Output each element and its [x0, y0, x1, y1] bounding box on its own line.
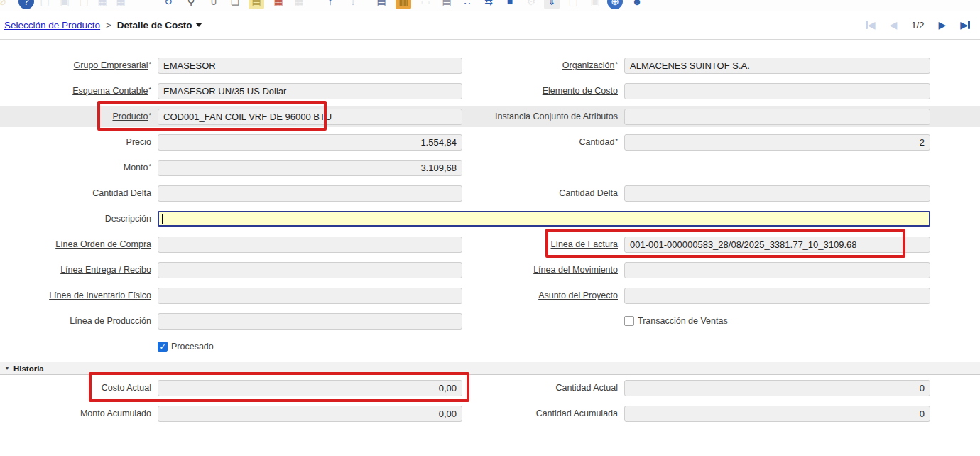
help-icon[interactable]: ? [18, 0, 34, 9]
costo-actual-field[interactable]: 0,00 [158, 380, 462, 396]
linea-entrega-recibo-field[interactable] [158, 262, 462, 278]
print-icon[interactable]: ▭ [418, 0, 433, 9]
required-marker: * [148, 112, 151, 119]
form-row: ✓ Procesado [0, 334, 980, 359]
monto-acumulado-field[interactable]: 0,00 [158, 406, 462, 422]
elemento-de-costo-label[interactable]: Elemento de Costo [543, 86, 618, 96]
zoom-across-icon[interactable]: ∷ [459, 0, 475, 9]
parent-record-icon[interactable]: ↑ [322, 0, 338, 9]
cantidad-acumulada-label: Cantidad Acumulada [536, 408, 618, 418]
chat-icon[interactable]: ❏ [227, 0, 243, 9]
find-icon[interactable]: ⚲ [183, 0, 199, 9]
breadcrumb-parent-link[interactable]: Selección de Producto [4, 20, 100, 31]
attachment-icon[interactable]: ∪ [206, 0, 222, 9]
grupo-empresarial-field[interactable]: EMASESOR [158, 58, 462, 74]
cantidad-field[interactable]: 2 [624, 134, 930, 151]
transaccion-de-ventas-checkbox[interactable] [624, 316, 634, 326]
import-icon[interactable]: ▣ [587, 0, 603, 9]
esquema-contable-field[interactable]: EMASESOR UN/35 US Dollar [158, 83, 462, 99]
cantidad-delta-field[interactable] [624, 185, 930, 202]
linea-orden-de-compra-field[interactable] [158, 237, 462, 253]
export-icon[interactable]: ▢ [565, 0, 581, 9]
procesado-label: Procesado [171, 342, 214, 352]
web-icon[interactable]: ⊕ [607, 0, 623, 9]
asunto-del-proyecto-field[interactable] [624, 288, 930, 304]
transaccion-de-ventas-label: Transacción de Ventas [638, 316, 728, 326]
producto-label[interactable]: Producto [112, 112, 148, 121]
form-row: Línea de Inventario Físico Asunto del Pr… [0, 283, 980, 308]
required-marker: * [615, 137, 618, 144]
form-row: Costo Actual 0,00 Cantidad Actual 0 [0, 375, 980, 401]
form-row: Descripción [0, 206, 980, 232]
required-marker: * [148, 86, 151, 93]
calendar-icon[interactable]: ▦ [271, 0, 286, 9]
descripcion-input[interactable] [158, 211, 930, 227]
toolbar: ⊘?▢▣▢▦▦↻⚲∪❏▤▦▦↑↓▤▥▭▤∷⇆■⚙⇓▢▣⊕☻ [0, 0, 980, 11]
elemento-de-costo-field[interactable] [624, 83, 930, 99]
cantidad-delta-field[interactable] [158, 185, 462, 202]
chevron-down-icon[interactable] [195, 23, 202, 27]
collapse-icon[interactable]: ▼ [4, 365, 10, 371]
cantidad-label: Cantidad [579, 137, 614, 147]
save-icon[interactable]: ▦ [94, 0, 110, 9]
user-icon[interactable]: ☻ [629, 0, 645, 9]
linea-orden-de-compra-label[interactable]: Línea Orden de Compra [55, 239, 151, 249]
breadcrumb-separator: > [106, 20, 111, 31]
copy-record-icon[interactable]: ▣ [57, 0, 72, 9]
archive-icon[interactable]: ▥ [396, 0, 411, 9]
cantidad-actual-field[interactable]: 0 [624, 380, 930, 396]
linea-inventario-fisico-label[interactable]: Línea de Inventario Físico [49, 291, 151, 300]
grid-toggle-icon[interactable]: ▦ [291, 0, 307, 9]
linea-inventario-fisico-field[interactable] [158, 288, 462, 304]
save-create-icon[interactable]: ▦ [113, 0, 129, 9]
requests-icon[interactable]: ■ [502, 0, 518, 9]
refresh-icon[interactable]: ↻ [160, 0, 176, 9]
procesado-checkbox[interactable]: ✓ [158, 342, 168, 352]
asunto-del-proyecto-label[interactable]: Asunto del Proyecto [538, 291, 618, 300]
linea-de-produccion-label[interactable]: Línea de Producción [70, 316, 151, 326]
historia-section-title: Historia [13, 364, 44, 373]
cantidad-acumulada-field[interactable]: 0 [624, 406, 930, 422]
form-row: Monto* 3.109,68 [0, 155, 980, 180]
organizacion-field[interactable]: ALMACENES SUINTOF S.A. [624, 58, 930, 74]
monto-label: Monto [124, 163, 148, 173]
first-record-icon[interactable]: ◀ [866, 20, 876, 30]
new-record-icon[interactable]: ▢ [37, 0, 53, 9]
breadcrumb-current-tab[interactable]: Detalle de Costo [117, 20, 192, 31]
linea-de-produccion-field[interactable] [158, 313, 462, 330]
breadcrumb: Selección de Producto > Detalle de Costo [4, 20, 202, 31]
esquema-contable-label[interactable]: Esquema Contable [72, 86, 148, 96]
report-icon[interactable]: ▤ [374, 0, 389, 9]
ignore-icon[interactable]: ⊘ [0, 0, 10, 9]
text-cursor [162, 214, 163, 224]
form-row: Precio 1.554,84 Cantidad* 2 [0, 129, 980, 155]
producto-field[interactable]: COD001_FAN COIL VRF DE 96000 BTU [158, 109, 462, 125]
last-record-icon[interactable]: ▶ [960, 20, 970, 30]
organizacion-label[interactable]: Organización [562, 60, 615, 70]
linea-del-movimiento-label[interactable]: Línea del Movimiento [533, 265, 618, 275]
linea-entrega-recibo-label[interactable]: Línea Entrega / Recibo [60, 265, 151, 275]
instancia-conjunto-atributos-field[interactable] [624, 109, 930, 125]
precio-label: Precio [126, 137, 151, 147]
preferences-icon[interactable]: ⚙ [523, 0, 539, 9]
next-record-icon[interactable]: ▶ [938, 20, 946, 30]
grupo-empresarial-label[interactable]: Grupo Empresarial [74, 60, 148, 70]
delete-record-icon[interactable]: ▢ [76, 0, 92, 9]
detail-record-icon[interactable]: ↓ [345, 0, 361, 9]
print-preview-icon[interactable]: ▤ [439, 0, 454, 9]
required-marker: * [615, 60, 618, 67]
linea-del-movimiento-field[interactable] [624, 262, 930, 278]
form-row: Grupo Empresarial* EMASESOR Organización… [0, 53, 980, 78]
previous-record-icon[interactable]: ◀ [890, 20, 898, 30]
precio-field[interactable]: 1.554,84 [158, 134, 462, 151]
historia-section-header[interactable]: ▼ Historia [0, 362, 980, 375]
note-icon[interactable]: ▤ [249, 0, 264, 9]
cantidad-delta-label: Cantidad Delta [92, 188, 151, 198]
monto-field[interactable]: 3.109,68 [158, 160, 462, 176]
descripcion-label: Descripción [105, 214, 151, 224]
workflow-icon[interactable]: ⇆ [481, 0, 496, 9]
print-screen-icon[interactable]: ⇓ [544, 0, 560, 9]
linea-de-factura-field[interactable]: 001-001-000000583_28/08/2025_3381.77_10_… [624, 237, 930, 253]
linea-de-factura-label[interactable]: Línea de Factura [550, 239, 618, 249]
cost-detail-window: ⊘?▢▣▢▦▦↻⚲∪❏▤▦▦↑↓▤▥▭▤∷⇆■⚙⇓▢▣⊕☻ Selección … [0, 0, 980, 456]
